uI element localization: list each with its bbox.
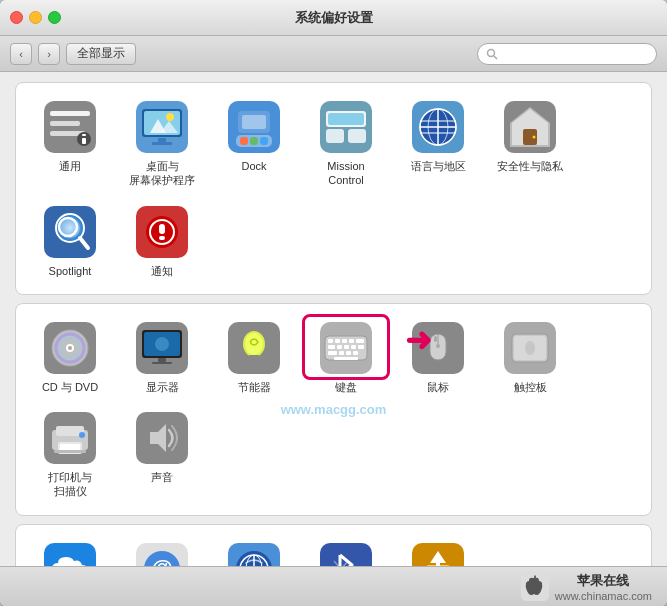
svg-rect-19 xyxy=(240,137,248,145)
traffic-lights xyxy=(10,11,61,24)
svg-rect-91 xyxy=(434,336,437,342)
pref-item-cd-dvd[interactable]: CD 与 DVD xyxy=(26,314,114,400)
pref-item-security[interactable]: 安全性与隐私 xyxy=(486,93,574,194)
svg-rect-21 xyxy=(260,137,268,145)
svg-rect-80 xyxy=(344,345,349,349)
pref-item-general[interactable]: 通用 xyxy=(26,93,114,194)
mission-control-label: MissionControl xyxy=(327,159,364,188)
svg-rect-63 xyxy=(152,362,172,364)
close-button[interactable] xyxy=(10,11,23,24)
show-all-button[interactable]: 全部显示 xyxy=(66,43,136,65)
pref-item-spotlight[interactable]: Spotlight xyxy=(26,198,114,284)
mouse-icon-wrap xyxy=(410,320,466,376)
pref-item-printer[interactable]: 打印机与扫描仪 xyxy=(26,404,114,505)
svg-rect-79 xyxy=(337,345,342,349)
search-box[interactable] xyxy=(477,43,657,65)
security-icon-wrap xyxy=(502,99,558,155)
pref-item-internet-accounts[interactable]: @ 互联网帐户 xyxy=(118,535,206,566)
svg-line-1 xyxy=(494,56,497,59)
icloud-icon-wrap xyxy=(42,541,98,566)
apple-store-text: 苹果在线 xyxy=(577,572,629,590)
printer-icon xyxy=(44,412,96,464)
svg-point-14 xyxy=(166,113,174,121)
svg-rect-26 xyxy=(348,129,366,143)
cd-dvd-label: CD 与 DVD xyxy=(42,380,98,394)
titlebar: 系统偏好设置 xyxy=(0,0,667,36)
svg-rect-78 xyxy=(328,345,335,349)
svg-rect-102 xyxy=(54,450,86,453)
printer-icon-wrap xyxy=(42,410,98,466)
display-icon-wrap xyxy=(134,320,190,376)
section-internet-grid: iCloud @ 互联网帐户 xyxy=(26,535,641,566)
energy-icon xyxy=(228,322,280,374)
pref-item-mouse[interactable]: 鼠标 xyxy=(394,314,482,400)
sound-icon xyxy=(136,412,188,464)
pref-item-trackpad[interactable]: 触控板 xyxy=(486,314,574,400)
language-icon xyxy=(412,101,464,153)
pref-item-language[interactable]: 语言与地区 xyxy=(394,93,482,194)
security-icon xyxy=(504,101,556,153)
section-personal-grid: 通用 xyxy=(26,93,641,284)
pref-item-desktop[interactable]: 桌面与屏幕保护程序 xyxy=(118,93,206,194)
svg-rect-83 xyxy=(328,351,337,355)
network-icon-wrap xyxy=(226,541,282,566)
apple-logo-icon xyxy=(521,573,549,601)
svg-rect-87 xyxy=(334,357,358,360)
spotlight-icon xyxy=(44,206,96,258)
pref-item-mission-control[interactable]: MissionControl xyxy=(302,93,390,194)
svg-rect-20 xyxy=(250,137,258,145)
dock-label: Dock xyxy=(241,159,266,173)
keyboard-icon xyxy=(320,322,372,374)
pref-item-sharing[interactable]: 共享 xyxy=(394,535,482,566)
window-title: 系统偏好设置 xyxy=(295,9,373,27)
sound-label: 声音 xyxy=(151,470,173,484)
sharing-icon-wrap xyxy=(410,541,466,566)
apple-badge: 苹果在线 www.chinamac.com xyxy=(521,572,652,602)
language-icon-wrap xyxy=(410,99,466,155)
svg-rect-84 xyxy=(339,351,344,355)
pref-item-keyboard[interactable]: ➜ xyxy=(302,314,390,400)
pref-item-energy[interactable]: 节能器 xyxy=(210,314,298,400)
svg-rect-7 xyxy=(82,134,86,136)
energy-icon-wrap xyxy=(226,320,282,376)
pref-item-sound[interactable]: 声音 xyxy=(118,404,206,505)
minimize-button[interactable] xyxy=(29,11,42,24)
sharing-icon xyxy=(412,543,464,566)
svg-point-41 xyxy=(533,136,536,139)
svg-point-96 xyxy=(525,341,535,355)
trackpad-icon-wrap xyxy=(502,320,558,376)
spotlight-icon-wrap xyxy=(42,204,98,260)
pref-item-network[interactable]: 网络 xyxy=(210,535,298,566)
bluetooth-icon xyxy=(320,543,372,566)
svg-point-58 xyxy=(68,346,72,350)
dock-icon-wrap xyxy=(226,99,282,155)
svg-rect-85 xyxy=(346,351,351,355)
section-hardware: CD 与 DVD xyxy=(15,303,652,516)
maximize-button[interactable] xyxy=(48,11,61,24)
cd-dvd-icon-wrap xyxy=(42,320,98,376)
pref-item-icloud[interactable]: iCloud xyxy=(26,535,114,566)
internet-accounts-icon: @ xyxy=(136,543,188,566)
forward-button[interactable]: › xyxy=(38,43,60,65)
icloud-icon xyxy=(44,543,96,566)
language-label: 语言与地区 xyxy=(411,159,466,173)
svg-rect-51 xyxy=(159,236,165,240)
pref-item-display[interactable]: 显示器 xyxy=(118,314,206,400)
back-button[interactable]: ‹ xyxy=(10,43,32,65)
printer-label: 打印机与扫描仪 xyxy=(48,470,92,499)
notifications-icon xyxy=(136,206,188,258)
pref-item-dock[interactable]: Dock xyxy=(210,93,298,194)
pref-item-notifications[interactable]: 通知 xyxy=(118,198,206,284)
svg-point-103 xyxy=(79,432,85,438)
pref-item-bluetooth[interactable]: 蓝牙 xyxy=(302,535,390,566)
svg-rect-69 xyxy=(250,358,258,361)
keyboard-icon-wrap xyxy=(318,320,374,376)
apple-site-text: www.chinamac.com xyxy=(555,590,652,602)
mission-control-icon-wrap xyxy=(318,99,374,155)
spotlight-label: Spotlight xyxy=(49,264,92,278)
mission-control-icon xyxy=(320,101,372,153)
svg-rect-70 xyxy=(251,361,257,364)
content-area: 通用 xyxy=(0,72,667,566)
section-hardware-grid: CD 与 DVD xyxy=(26,314,641,505)
svg-point-64 xyxy=(155,337,169,351)
